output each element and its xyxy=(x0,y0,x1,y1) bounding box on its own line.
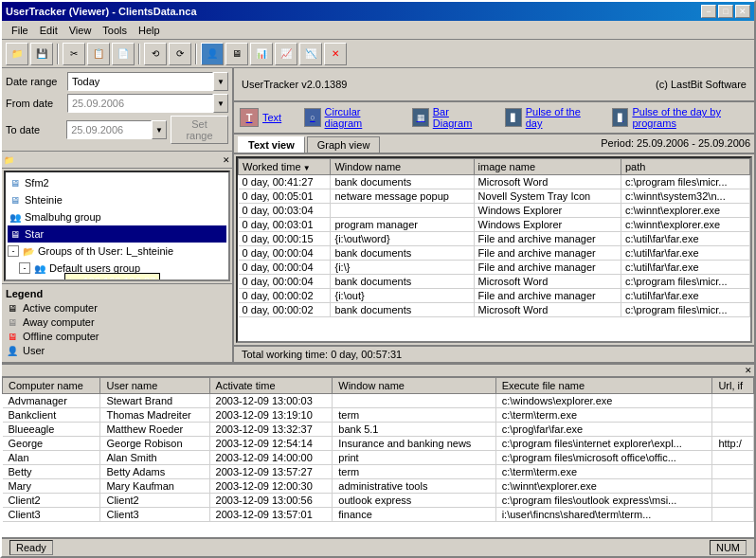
legend-active: 🖥 Active computer xyxy=(6,301,228,315)
menu-tools[interactable]: Tools xyxy=(97,23,133,38)
bottom-panel-close-button[interactable]: ✕ xyxy=(745,366,752,375)
menu-help[interactable]: Help xyxy=(133,23,166,38)
cell-user: Thomas Madreiter xyxy=(100,408,209,423)
toolbar-btn-7[interactable]: ⟳ xyxy=(169,43,191,65)
cell-image: File and archive manager xyxy=(474,246,621,261)
list-item[interactable]: George George Robison 2003-12-09 12:54:1… xyxy=(3,437,754,451)
table-row[interactable]: 0 day, 00:03:01 program manager Windows … xyxy=(239,218,750,232)
col-path[interactable]: path xyxy=(621,159,749,175)
main-data-table-container[interactable]: Worked time Window name image name path … xyxy=(236,156,752,343)
to-date-row: To date ▼ Set range xyxy=(6,116,228,144)
tree-node-sfm2[interactable]: 🖥 Sfm2 xyxy=(8,174,226,191)
cell-time: 2003-12-09 13:00:03 xyxy=(209,394,333,408)
date-range-input[interactable] xyxy=(67,72,213,91)
cell-url xyxy=(712,479,754,494)
legend-away-label: Away computer xyxy=(23,316,95,328)
quick-link-text[interactable]: T Text xyxy=(238,104,283,131)
toolbar-btn-8[interactable]: 👤 xyxy=(201,43,224,65)
from-date-dropdown[interactable]: ▼ xyxy=(213,94,228,113)
expand-icon[interactable]: - xyxy=(8,245,19,257)
table-row[interactable]: 0 day, 00:05:01 netware message popup No… xyxy=(239,189,750,204)
toolbar-btn-11[interactable]: 📈 xyxy=(275,43,297,65)
maximize-button[interactable]: □ xyxy=(718,5,733,18)
computer-icon: 🖥 xyxy=(8,175,23,190)
table-row[interactable]: 0 day, 00:00:02 {i:\out} File and archiv… xyxy=(239,289,750,303)
date-range-dropdown[interactable]: ▼ xyxy=(213,72,228,91)
toolbar-btn-3[interactable]: ✂ xyxy=(63,43,85,65)
toolbar-btn-6[interactable]: ⟲ xyxy=(144,43,167,65)
quick-link-circular[interactable]: ○ Circular diagram xyxy=(302,104,391,131)
to-date-dropdown[interactable]: ▼ xyxy=(152,120,167,139)
from-date-input[interactable] xyxy=(67,94,213,113)
list-item[interactable]: Mary Mary Kaufman 2003-12-09 12:00:30 ad… xyxy=(3,479,754,494)
cell-window: netware message popup xyxy=(331,189,474,204)
tree-node-groups[interactable]: - 📂 Groups of th User: L_shteinie xyxy=(8,243,226,260)
cell-image: Windows Explorer xyxy=(474,204,621,218)
tree-close-button[interactable]: ✕ xyxy=(223,155,230,165)
menu-edit[interactable]: Edit xyxy=(34,23,63,38)
toolbar-btn-13[interactable]: ✕ xyxy=(324,43,347,65)
toolbar-btn-10[interactable]: 📊 xyxy=(250,43,273,65)
toolbar-btn-2[interactable]: 💾 xyxy=(30,43,53,65)
toolbar-btn-5[interactable]: 📄 xyxy=(112,43,135,65)
table-row[interactable]: 0 day, 00:00:04 {i:\} File and archive m… xyxy=(239,261,750,275)
quick-link-pulse-programs[interactable]: ▊ Pulse of the day by programs xyxy=(610,104,750,131)
bottom-table-container[interactable]: Computer name User name Activate time Wi… xyxy=(2,377,754,537)
cell-time: 2003-12-09 13:00:56 xyxy=(209,494,333,508)
table-row[interactable]: 0 day, 00:00:15 {i:\out\word} File and a… xyxy=(239,232,750,246)
table-row[interactable]: 0 day, 00:41:27 bank documents Microsoft… xyxy=(239,175,750,189)
list-item[interactable]: Client2 Client2 2003-12-09 13:00:56 outl… xyxy=(3,494,754,508)
expand-icon[interactable]: - xyxy=(19,262,30,274)
menu-file[interactable]: File xyxy=(6,23,34,38)
group-icon: 👥 xyxy=(8,209,23,225)
left-panel: Date range ▼ From date ▼ To date ▼ Set r… xyxy=(2,68,234,362)
col-worked-time[interactable]: Worked time xyxy=(239,159,331,175)
active-computer-icon: 🖥 xyxy=(6,301,19,315)
menu-view[interactable]: View xyxy=(63,23,98,38)
toolbar-btn-12[interactable]: 📉 xyxy=(299,43,322,65)
close-button[interactable]: ✕ xyxy=(735,5,750,18)
quick-link-bar[interactable]: ▦ Bar Diagram xyxy=(410,104,484,131)
btcol-window[interactable]: Window name xyxy=(333,378,495,394)
col-window-name[interactable]: Window name xyxy=(331,159,474,175)
cell-worked: 0 day, 00:41:27 xyxy=(239,175,331,189)
cell-url xyxy=(712,494,754,508)
tree-node-shteinie[interactable]: 🖥 Shteinie xyxy=(8,191,226,208)
btcol-exec[interactable]: Execute file name xyxy=(495,378,712,394)
to-date-input[interactable] xyxy=(66,120,152,139)
table-row[interactable]: 0 day, 00:00:04 bank documents Microsoft… xyxy=(239,275,750,289)
legend-offline-label: Offline computer xyxy=(23,331,99,342)
list-item[interactable]: Betty Betty Adams 2003-12-09 13:57:27 te… xyxy=(3,465,754,479)
cell-time: 2003-12-09 13:19:10 xyxy=(209,408,333,423)
tab-graph-view[interactable]: Graph view xyxy=(307,136,381,153)
btcol-user[interactable]: User name xyxy=(100,378,209,394)
list-item[interactable]: Alan Alan Smith 2003-12-09 14:00:00 prin… xyxy=(3,451,754,465)
status-text: Ready xyxy=(9,540,53,555)
cell-worked: 0 day, 00:03:01 xyxy=(239,218,331,232)
list-item[interactable]: Advmanager Stewart Brand 2003-12-09 13:0… xyxy=(3,394,754,408)
btcol-time[interactable]: Activate time xyxy=(209,378,333,394)
set-range-button[interactable]: Set range xyxy=(171,116,228,144)
group-icon: 👥 xyxy=(32,261,47,276)
list-item[interactable]: Client3 Client3 2003-12-09 13:57:01 fina… xyxy=(3,508,754,522)
tab-text-view[interactable]: Text view xyxy=(238,136,305,153)
list-item[interactable]: Bankclient Thomas Madreiter 2003-12-09 1… xyxy=(3,408,754,423)
toolbar-btn-4[interactable]: 📋 xyxy=(87,43,110,65)
toolbar-btn-9[interactable]: 🖥 xyxy=(225,43,248,65)
table-row[interactable]: 0 day, 00:03:04 Windows Explorer c:\winn… xyxy=(239,204,750,218)
tree-node-smalbuhg[interactable]: 👥 Smalbuhg group xyxy=(8,208,226,225)
table-row[interactable]: 0 day, 00:00:04 bank documents File and … xyxy=(239,246,750,261)
bottom-table: Computer name User name Activate time Wi… xyxy=(2,377,754,522)
list-item[interactable]: Blueeagle Matthew Roeder 2003-12-09 13:3… xyxy=(3,423,754,437)
tree-node-star[interactable]: 🖥 Star ip: 192.168.190.87 xyxy=(8,225,226,243)
toolbar-btn-1[interactable]: 📁 xyxy=(6,43,28,65)
quick-link-pulse[interactable]: ▊ Pulse of the day xyxy=(503,104,591,131)
minimize-button[interactable]: − xyxy=(701,5,716,18)
table-row[interactable]: 0 day, 00:00:02 bank documents Microsoft… xyxy=(239,303,750,317)
tree-area[interactable]: 🖥 Sfm2 🖥 Shteinie 👥 Smalbuhg group xyxy=(4,171,230,281)
cell-image: Novell System Tray Icon xyxy=(474,189,621,204)
col-image-name[interactable]: image name xyxy=(474,159,621,175)
cell-url xyxy=(712,394,754,408)
btcol-computer[interactable]: Computer name xyxy=(3,378,100,394)
btcol-url[interactable]: Url, if xyxy=(712,378,754,394)
